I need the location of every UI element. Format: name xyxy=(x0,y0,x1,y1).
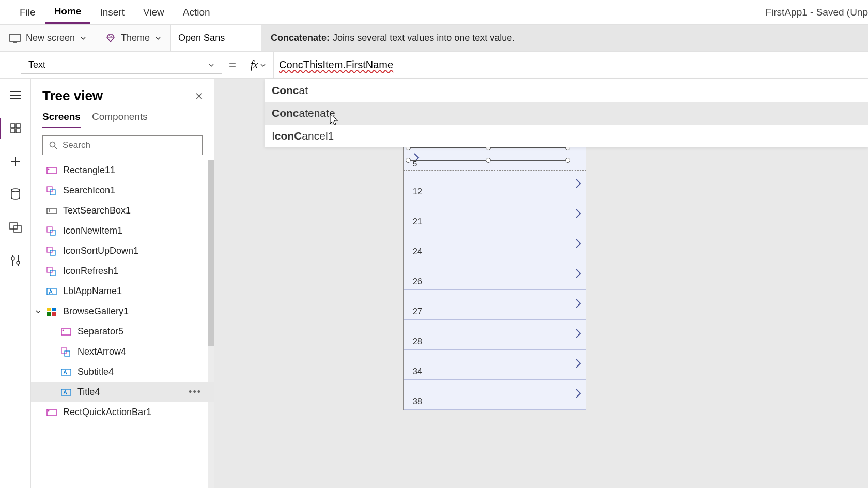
intellisense-item[interactable]: Concat xyxy=(265,79,868,102)
tooltip-name: Concatenate: xyxy=(271,33,330,43)
tree-item-textsearchbox1[interactable]: TextSearchBox1 xyxy=(31,201,214,221)
hamburger-icon[interactable] xyxy=(8,88,23,102)
fx-button[interactable]: fx xyxy=(243,52,274,78)
chevron-right-icon[interactable] xyxy=(575,178,582,189)
tree-item-rectangle11[interactable]: Rectangle11 xyxy=(31,160,214,180)
tree-item-title4[interactable]: Title4••• xyxy=(31,382,214,402)
row-value: 27 xyxy=(413,307,422,316)
svg-rect-40 xyxy=(65,351,70,356)
row-value: 24 xyxy=(413,247,422,256)
theme-label: Theme xyxy=(121,33,150,43)
svg-rect-8 xyxy=(16,129,20,133)
font-selector[interactable]: Open Sans xyxy=(171,25,261,51)
tab-components[interactable]: Components xyxy=(92,111,148,128)
svg-rect-34 xyxy=(52,308,56,311)
chevron-right-icon[interactable] xyxy=(575,388,582,399)
gallery-row[interactable]: 27 xyxy=(404,290,586,320)
mouse-cursor xyxy=(330,114,339,126)
formula-text: ConcThisItem.FirstName xyxy=(279,59,393,71)
database-icon[interactable] xyxy=(8,187,23,202)
svg-rect-36 xyxy=(52,312,56,316)
tab-screens[interactable]: Screens xyxy=(42,111,81,128)
gallery-row[interactable]: 38 xyxy=(404,380,586,410)
tree-item-subtitle4[interactable]: Subtitle4 xyxy=(31,362,214,382)
svg-rect-0 xyxy=(10,34,20,41)
caret-down-icon[interactable] xyxy=(35,309,41,315)
formula-input[interactable]: ConcThisItem.FirstName xyxy=(274,52,868,78)
property-selector[interactable]: Text xyxy=(21,56,222,74)
chevron-right-icon[interactable] xyxy=(575,328,582,339)
svg-point-17 xyxy=(17,261,20,264)
new-screen-button[interactable]: New screen xyxy=(0,25,96,51)
panel-tabs: Screens Components xyxy=(31,108,214,128)
search-input[interactable]: Search xyxy=(42,135,203,155)
tree-item-iconrefresh1[interactable]: IconRefresh1 xyxy=(31,261,214,281)
gallery-row[interactable]: 26 xyxy=(404,260,586,290)
menu-file[interactable]: File xyxy=(10,2,45,23)
chevron-down-icon xyxy=(260,62,266,68)
equals-sign: = xyxy=(222,52,243,78)
gallery-row[interactable]: 5 xyxy=(403,145,586,171)
menu-home[interactable]: Home xyxy=(45,1,91,24)
tree-item-label: BrowseGallery1 xyxy=(63,306,129,317)
intellisense-item[interactable]: IconCancel1 xyxy=(265,125,868,147)
formula-bar: Text = fx ConcThisItem.FirstName xyxy=(0,52,868,79)
gallery-row[interactable]: 34 xyxy=(404,350,586,380)
tree-item-label: Rectangle11 xyxy=(63,165,115,176)
gallery-preview[interactable]: 51221242627283438 xyxy=(403,145,586,410)
row-value: 26 xyxy=(413,277,422,286)
close-icon[interactable]: ✕ xyxy=(195,90,204,102)
menu-bar: File Home Insert View Action FirstApp1 -… xyxy=(0,0,868,25)
menu-insert[interactable]: Insert xyxy=(90,2,134,23)
left-rail xyxy=(0,79,31,488)
plus-icon[interactable] xyxy=(8,154,23,169)
panel-title: Tree view xyxy=(42,88,103,104)
chevron-right-icon[interactable] xyxy=(575,238,582,249)
tree-item-browsegallery1[interactable]: BrowseGallery1 xyxy=(31,301,214,322)
tree-item-iconsortupdown1[interactable]: IconSortUpDown1 xyxy=(31,241,214,261)
chevron-right-icon[interactable] xyxy=(575,298,582,309)
menu-view[interactable]: View xyxy=(134,2,174,23)
gallery-row[interactable]: 24 xyxy=(404,230,586,260)
svg-line-19 xyxy=(55,147,57,149)
tree-item-separator5[interactable]: Separator5 xyxy=(31,322,214,342)
row-value: 34 xyxy=(413,367,422,376)
svg-rect-27 xyxy=(50,230,55,235)
intellisense-item[interactable]: Concatenate xyxy=(265,102,868,125)
gallery-row[interactable]: 28 xyxy=(404,320,586,350)
menu-action[interactable]: Action xyxy=(174,2,220,23)
theme-button[interactable]: Theme xyxy=(96,25,171,51)
intellisense-dropdown: Concat Concatenate IconCancel1 xyxy=(265,79,868,147)
tree-item-nextarrow4[interactable]: NextArrow4 xyxy=(31,342,214,362)
svg-rect-22 xyxy=(47,187,52,192)
tree-view-icon[interactable] xyxy=(8,121,23,135)
textbox-icon xyxy=(47,206,57,216)
function-tooltip: Concatenate: Joins several text values i… xyxy=(261,25,868,51)
new-screen-label: New screen xyxy=(26,33,75,43)
chevron-right-icon[interactable] xyxy=(575,268,582,279)
tree-item-rectquickactionbar1[interactable]: RectQuickActionBar1 xyxy=(31,402,214,422)
tools-icon[interactable] xyxy=(8,253,23,268)
svg-point-21 xyxy=(48,168,50,170)
tree-item-lblappname1[interactable]: LblAppName1 xyxy=(31,281,214,301)
selection-box[interactable] xyxy=(408,147,568,161)
row-value: 5 xyxy=(413,159,417,168)
chevron-right-icon[interactable] xyxy=(575,208,582,219)
tree-item-label: RectQuickActionBar1 xyxy=(63,407,151,418)
media-icon[interactable] xyxy=(8,220,23,235)
chevron-down-icon xyxy=(80,35,86,41)
svg-rect-30 xyxy=(47,267,52,272)
gallery-row[interactable]: 21 xyxy=(404,200,586,230)
svg-rect-6 xyxy=(16,124,20,128)
chevron-right-icon[interactable] xyxy=(575,358,582,369)
svg-rect-35 xyxy=(47,312,51,316)
tree-item-label: IconNewItem1 xyxy=(63,225,122,236)
tree-item-searchicon1[interactable]: SearchIcon1 xyxy=(31,180,214,201)
tree-item-iconnewitem1[interactable]: IconNewItem1 xyxy=(31,221,214,241)
tree-item-label: TextSearchBox1 xyxy=(63,205,131,216)
more-icon[interactable]: ••• xyxy=(189,387,208,398)
gallery-row[interactable]: 12 xyxy=(404,170,586,200)
svg-point-38 xyxy=(63,329,64,331)
row-value: 38 xyxy=(413,397,422,406)
chevron-down-icon xyxy=(208,62,214,68)
